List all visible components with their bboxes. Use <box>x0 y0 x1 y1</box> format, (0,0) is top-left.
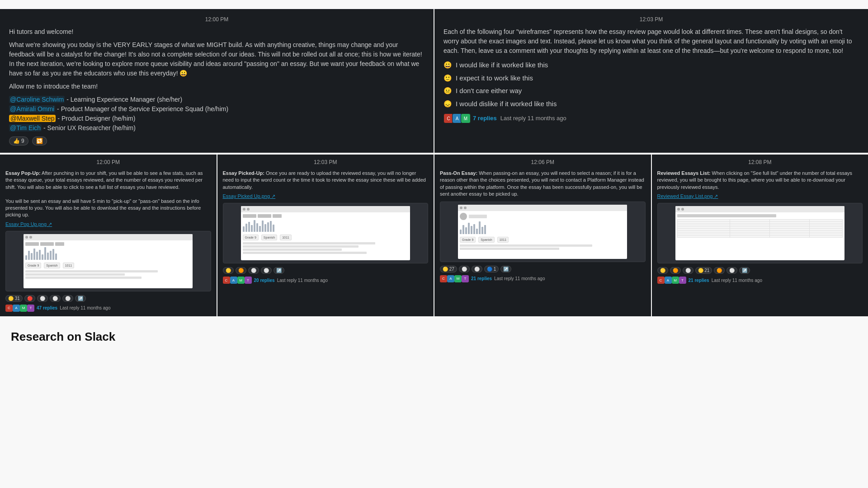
reaction-thumbsup[interactable]: 👍 9 <box>9 136 28 145</box>
card1-react-3[interactable]: ⚪ <box>37 295 48 302</box>
section-heading: Research on Slack <box>0 316 868 344</box>
card2-av3: M <box>237 277 245 284</box>
emoji-4: 😞 <box>443 99 452 109</box>
card1-message: Essay Pop-Up: After punching in to your … <box>5 170 211 219</box>
card3-avatars: C A M T <box>440 275 469 282</box>
card3-timestamp: 12:06 PM <box>440 159 646 165</box>
mention-amirali[interactable]: @Amirali Ommi <box>9 105 55 113</box>
right-timestamp: 12:03 PM <box>443 16 859 23</box>
role-amirali: - Product Manager of the Service Experie… <box>55 105 228 113</box>
card1-wireframe-inner: Grade 9 Spanish 1011 <box>24 234 193 288</box>
card4-react-3[interactable]: ⚪ <box>683 267 693 274</box>
greeting: Hi tutors and welcome! <box>9 27 425 37</box>
card2-react-2[interactable]: 🟠 <box>236 267 246 274</box>
card4-reply-meta: Last reply 11 months ago <box>712 278 762 283</box>
vote-option-1: 😀 I would like if it worked like this <box>443 60 859 70</box>
card4-wireframe <box>657 203 863 263</box>
card4-react-6[interactable]: ⚪ <box>726 267 737 274</box>
card3-react-share[interactable]: ↗️ <box>500 266 511 272</box>
intro-text: Each of the following four "wireframes" … <box>443 27 859 56</box>
card2-reply-count[interactable]: 20 replies <box>254 278 275 283</box>
card4-react-2[interactable]: 🟠 <box>670 267 681 274</box>
card2-av1: C <box>223 277 230 284</box>
card3-av3: M <box>454 275 462 282</box>
mention-tim[interactable]: @Tim Eich <box>9 124 42 131</box>
card1-timestamp: 12:00 PM <box>5 159 211 165</box>
card2-message: Essay Picked-Up: Once you are ready to u… <box>223 170 429 191</box>
card4-avatars: C A M T <box>657 277 686 284</box>
card4-filename[interactable]: Reviewed Essay List.png ↗ <box>657 193 863 199</box>
card4-react-5[interactable]: 🟠 <box>714 267 725 274</box>
card2-wireframe-inner: Grade 9 Spanish 1011 <box>241 206 410 260</box>
card1-footer: C A M T 47 replies Last reply 11 months … <box>5 305 211 312</box>
card1-av4: T <box>27 305 34 312</box>
right-message-body: Each of the following four "wireframes" … <box>443 27 859 123</box>
card2-av2: A <box>230 277 237 284</box>
card1-react-1[interactable]: 🟡 31 <box>5 295 23 302</box>
card1-reactions: 🟡 31 🔴 ⚪ ⚪ ⚪ ↗️ <box>5 295 211 302</box>
card3-react-2[interactable]: ⚪ <box>459 266 470 272</box>
card3-av4: T <box>462 275 469 282</box>
card2-label: Essay Picked-Up: <box>223 170 264 176</box>
left-timestamp: 12:00 PM <box>9 16 425 23</box>
card4-av3: M <box>672 277 679 284</box>
card1-av3: M <box>20 305 27 312</box>
role-maxwell: - Product Designer (he/him) <box>56 115 135 122</box>
card2-react-4[interactable]: ⚪ <box>261 267 272 274</box>
card4-message: Reviewed Essays List: When clicking on "… <box>657 170 863 191</box>
vote-option-2: 🙂 I expect it to work like this <box>443 73 859 84</box>
card4-av2: A <box>665 277 672 284</box>
card4-timestamp: 12:08 PM <box>657 159 863 165</box>
emoji-3: 😐 <box>443 86 452 96</box>
card4-reply-count[interactable]: 21 replies <box>689 278 709 283</box>
body2: Allow me to introduce the team! <box>9 82 425 91</box>
replies-row: C A M 7 replies Last reply 11 months ago <box>443 113 859 123</box>
card3-reply-count[interactable]: 21 replies <box>471 276 492 281</box>
card4-reactions: 🟡 🟠 ⚪ 🟡 21 🟠 ⚪ ↗️ <box>657 267 863 274</box>
card4-react-1[interactable]: 🟡 <box>657 267 668 274</box>
main-container: 12:00 PM Hi tutors and welcome! What we'… <box>0 0 868 362</box>
card1-filename[interactable]: Essay Pop Up.png ↗ <box>5 221 211 227</box>
card4-react-share[interactable]: ↗️ <box>739 267 750 274</box>
card2-timestamp: 12:03 PM <box>223 159 429 165</box>
card3-label: Pass-On Essay: <box>440 170 477 176</box>
card2-react-share[interactable]: ↗️ <box>274 267 284 274</box>
avatar-stack: C A M <box>443 113 469 123</box>
team-list: @Caroline Schwim - Learning Experience M… <box>9 95 425 133</box>
card3-react-1[interactable]: 🟡 27 <box>440 266 457 272</box>
replies-count[interactable]: 7 replies <box>473 114 497 123</box>
emoji-2: 🙂 <box>443 73 452 84</box>
vote-option-4: 😞 I would dislike if it worked like this <box>443 99 859 109</box>
card1-reply-count[interactable]: 47 replies <box>37 305 57 310</box>
card3-av2: A <box>447 275 454 282</box>
card2-react-1[interactable]: 🟡 <box>223 267 234 274</box>
card1-label: Essay Pop-Up: <box>5 170 41 176</box>
card2-footer: C A M T 20 replies Last reply 11 months … <box>223 277 429 284</box>
card4-footer: C A M T 21 replies Last reply 11 months … <box>657 277 863 284</box>
card4-label: Reviewed Essays List: <box>657 170 711 176</box>
card2-av4: T <box>245 277 252 284</box>
card1-react-4[interactable]: ⚪ <box>50 295 61 302</box>
card1-av1: C <box>5 305 13 312</box>
card3-message: Pass-On Essay: When passing-on an essay,… <box>440 170 646 198</box>
card4-av4: T <box>679 277 686 284</box>
card1-react-5[interactable]: ⚪ <box>62 295 73 302</box>
card1-react-share[interactable]: ↗️ <box>75 295 86 302</box>
card2-wireframe: Grade 9 Spanish 1011 <box>223 203 429 263</box>
card-reviewed-essays: 12:08 PM Reviewed Essays List: When clic… <box>652 155 868 316</box>
card2-filename[interactable]: Essay Picked Up.png ↗ <box>223 193 429 199</box>
card1-react-2[interactable]: 🔴 <box>24 295 35 302</box>
card1-av2: A <box>13 305 20 312</box>
card3-react-4[interactable]: 🔵 1 <box>484 266 499 272</box>
card1-reply-meta: Last reply 11 months ago <box>60 305 110 310</box>
mention-caroline[interactable]: @Caroline Schwim <box>9 96 65 103</box>
emoji-1: 😀 <box>443 60 452 70</box>
card4-react-4[interactable]: 🟡 21 <box>695 267 712 274</box>
left-panel: 12:00 PM Hi tutors and welcome! What we'… <box>0 9 434 153</box>
card3-react-3[interactable]: ⚪ <box>472 266 482 272</box>
reaction-recycle[interactable]: 🔁 <box>32 136 47 145</box>
body1: What we're showing you today is the VERY… <box>9 40 425 78</box>
card2-react-3[interactable]: ⚪ <box>248 267 259 274</box>
mention-maxwell[interactable]: @Maxwell Step <box>9 115 56 122</box>
card4-wireframe-inner <box>675 206 844 260</box>
